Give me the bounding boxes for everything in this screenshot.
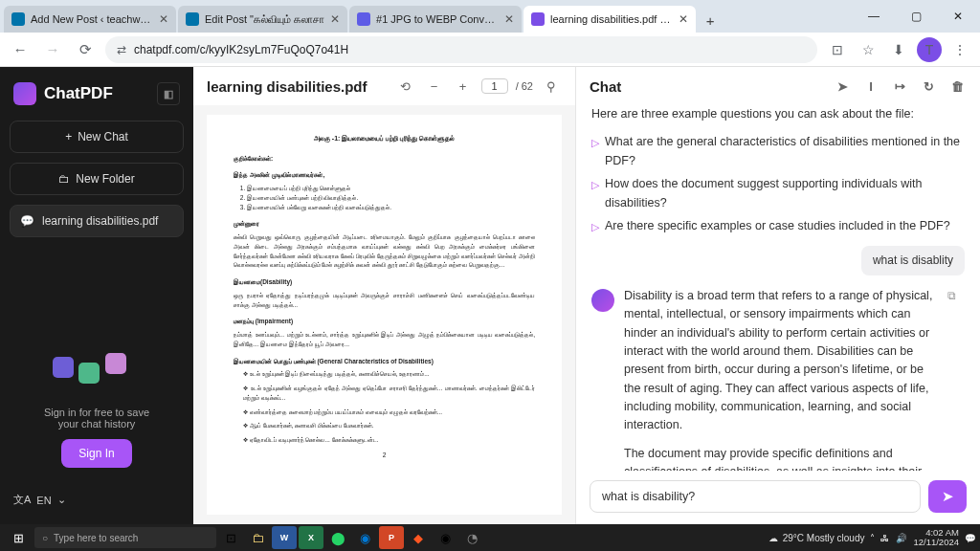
close-icon[interactable]: ✕ [330,12,340,26]
triangle-icon: ▷ [591,219,599,235]
delete-icon[interactable]: 🗑 [947,77,967,96]
subhead: குறிக்கோள்கள்: [234,154,535,164]
system-tray: ☁29°C Mostly cloudy ˄ 🖧 🔊 4:02 AM 12/11/… [768,528,976,548]
task-view-icon[interactable]: ⊡ [218,526,243,549]
subhead: இயலாமை(Disability) [234,277,535,287]
document-pane: learning disabilities.pdf ⟲ − + 1 / 62 ⚲… [193,67,576,524]
collapse-sidebar-button[interactable]: ◧ [157,82,180,105]
list-item: இயலாமையின் பல்வேறு வகைகள் பற்றி வகைப்படு… [247,203,535,212]
cloud-icon: ☁ [768,533,778,543]
downloads-icon[interactable]: ⬇ [886,37,911,62]
chat-input[interactable] [590,480,921,513]
tab-3[interactable]: #1 JPG to WEBP Converter Onl✕ [349,6,522,33]
bullet: ❖ உடல் உறுப்புகளின் வழங்குதல் ஏதேந் அல்ல… [243,384,535,403]
bullet: ❖ உடல் உறுப்புகள் இடிப் நிலைப்படிந்து பட… [243,369,535,379]
network-icon[interactable]: 🖧 [880,533,890,543]
example-question[interactable]: ▷Are there specific examples or case stu… [591,217,965,235]
volume-icon[interactable]: 🔊 [896,533,907,543]
expand-icon[interactable]: ↦ [890,77,909,96]
copy-icon[interactable]: ⧉ [947,287,965,304]
app-icon[interactable]: ◔ [459,526,484,549]
language-switcher[interactable]: 文AEN⌄ [10,485,184,515]
start-button[interactable]: ⊞ [4,526,33,549]
notifications-icon[interactable]: 💬 [965,533,976,543]
chat-header: Chat ➤ I ↦ ↻ 🗑 [576,67,980,105]
reload-button[interactable]: ⟳ [73,37,98,62]
logo-icon [13,82,36,105]
promo-line1: Sign in for free to save [19,407,174,418]
close-icon[interactable]: ✕ [504,12,514,26]
search-doc-button[interactable]: ⚲ [541,76,562,97]
brand-logo[interactable]: ChatPDF ◧ [10,77,184,111]
url-input[interactable]: ⇄ chatpdf.com/c/kyyIK2syLm7FuQoQ7o41H [105,36,817,63]
answer-p2: The document may provide specific defini… [624,445,938,471]
q-text: What are the general characteristics of … [605,133,965,170]
doc-viewport[interactable]: அலகு -1: இயலாமையைப் பற்றி புரிந்து கொள்ள… [193,105,575,524]
pdf-page: அலகு -1: இயலாமையைப் பற்றி புரிந்து கொள்ள… [207,115,562,515]
text-icon[interactable]: I [861,77,880,96]
example-question[interactable]: ▷How does the document suggest supportin… [591,175,965,212]
send-button[interactable]: ➤ [928,480,967,513]
promo-line2: your chat history [19,418,174,430]
close-icon[interactable]: ✕ [159,12,168,26]
taskbar-search[interactable]: ○Type here to search [34,527,216,548]
close-icon[interactable]: ✕ [679,12,688,26]
clock[interactable]: 4:02 AM 12/11/2024 [913,528,959,548]
explorer-icon[interactable]: 🗀 [245,526,270,549]
favicon-icon [186,12,199,26]
chat-input-row: ➤ [576,471,980,524]
user-message: what is disablity [861,246,965,276]
chat-icon: 💬 [20,214,34,228]
excel-icon[interactable]: X [299,526,323,549]
forward-button[interactable]: → [40,37,65,62]
new-folder-button[interactable]: 🗀New Folder [10,163,184,195]
label: New Folder [76,172,134,186]
close-button[interactable]: ✕ [940,3,976,30]
minimize-button[interactable]: — [856,3,892,30]
subhead: இயலாமையின் பொதுப் பண்புகள் (General Char… [234,357,535,366]
rotate-button[interactable]: ⟲ [395,76,416,97]
signin-button[interactable]: Sign In [61,439,131,468]
app-icon[interactable]: ◆ [406,526,431,549]
site-info-icon[interactable]: ⇄ [117,43,126,56]
url-text: chatpdf.com/c/kyyIK2syLm7FuQoQ7o41H [134,43,348,56]
maximize-button[interactable]: ▢ [898,3,934,30]
page-total: / 62 [516,80,533,92]
chrome-icon[interactable]: ◉ [433,526,457,549]
whatsapp-icon[interactable]: ⬤ [325,526,350,549]
tab-4-active[interactable]: learning disabilities.pdf - ChatP✕ [523,6,696,33]
example-question[interactable]: ▷What are the general characteristics of… [591,133,965,170]
tab-1[interactable]: Add New Post ‹ teachwar.com✕ [4,6,176,33]
page-input[interactable]: 1 [481,78,508,94]
menu-icon[interactable]: ⋮ [947,37,972,62]
page-number: 2 [234,451,535,460]
intro-text: Here are three example questions you can… [591,105,965,123]
chat-messages[interactable]: Here are three example questions you can… [576,105,980,471]
zoom-in-button[interactable]: + [453,76,474,97]
search-placeholder: Type here to search [54,533,138,543]
send-icon[interactable]: ➤ [833,77,852,96]
word-icon[interactable]: W [272,526,297,549]
sidebar-item-file[interactable]: 💬learning disabilities.pdf [10,205,184,237]
doc-title: learning disabilities.pdf [207,78,388,95]
back-button[interactable]: ← [8,37,33,62]
powerpoint-icon[interactable]: P [379,526,404,549]
taskbar: ⊞ ○Type here to search ⊡ 🗀 W X ⬤ ◉ P ◆ ◉… [0,524,980,551]
new-chat-button[interactable]: +New Chat [10,121,184,153]
tab-title: Add New Post ‹ teachwar.com [31,13,153,25]
profile-avatar[interactable]: T [917,37,942,62]
chevron-down-icon: ⌄ [57,494,66,506]
tab-2[interactable]: Edit Post "கல்வியும் கலாசா✕ [178,6,347,33]
new-tab-button[interactable]: + [698,8,723,33]
zoom-out-button[interactable]: − [424,76,445,97]
edge-icon[interactable]: ◉ [352,526,377,549]
weather-widget[interactable]: ☁29°C Mostly cloudy [768,533,865,543]
chevron-up-icon[interactable]: ˄ [870,533,875,543]
refresh-icon[interactable]: ↻ [919,77,938,96]
bullet: ❖ ஆய் பேசுவார்கள், கணவசி மிக்கப்பை பேசுவ… [243,421,535,430]
subhead: முன்னுரை [234,219,535,229]
browser-titlebar: Add New Post ‹ teachwar.com✕ Edit Post "… [0,0,980,33]
bookmark-icon[interactable]: ☆ [856,37,880,62]
install-icon[interactable]: ⊡ [825,37,850,62]
list-item: இயலாமையைப் பற்றி புரிந்து கொள்ளுதல் [247,184,535,193]
